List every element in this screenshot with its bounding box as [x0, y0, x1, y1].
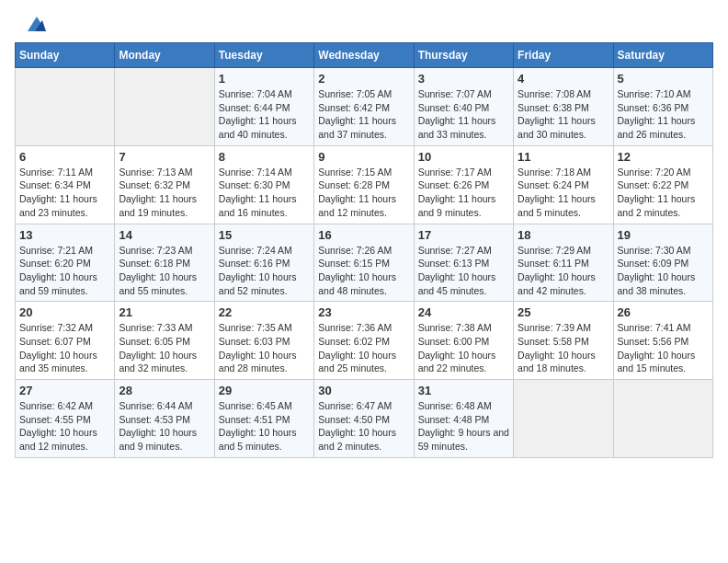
calendar-header-row: SundayMondayTuesdayWednesdayThursdayFrid… — [16, 43, 713, 68]
day-info: Sunset: 6:30 PM — [219, 178, 310, 192]
calendar-cell: 3Sunrise: 7:07 AMSunset: 6:40 PMDaylight… — [414, 68, 513, 146]
calendar-cell: 10Sunrise: 7:17 AMSunset: 6:26 PMDayligh… — [414, 145, 513, 224]
day-info: Sunrise: 7:41 AM — [618, 321, 709, 335]
day-info: Sunrise: 7:30 AM — [618, 244, 709, 258]
day-info: Sunset: 6:44 PM — [219, 101, 310, 115]
calendar-cell: 31Sunrise: 6:48 AMSunset: 4:48 PMDayligh… — [414, 380, 513, 458]
day-info: Sunset: 5:56 PM — [618, 335, 709, 349]
day-info: Daylight: 10 hours and 59 minutes. — [19, 270, 110, 297]
day-info: Daylight: 10 hours and 5 minutes. — [219, 426, 310, 453]
day-number: 19 — [618, 228, 709, 242]
day-number: 31 — [418, 384, 509, 397]
day-info: Sunrise: 6:47 AM — [318, 399, 409, 413]
calendar-cell: 11Sunrise: 7:18 AMSunset: 6:24 PMDayligh… — [514, 145, 613, 224]
day-info: Sunrise: 7:13 AM — [119, 166, 210, 179]
calendar-cell: 2Sunrise: 7:05 AMSunset: 6:42 PMDaylight… — [314, 68, 414, 146]
calendar-cell: 15Sunrise: 7:24 AMSunset: 6:16 PMDayligh… — [214, 224, 313, 302]
day-number: 11 — [518, 150, 609, 164]
day-number: 18 — [518, 228, 609, 242]
day-number: 27 — [19, 384, 110, 397]
day-info: Sunrise: 7:24 AM — [219, 244, 310, 258]
day-info: Daylight: 10 hours and 52 minutes. — [219, 270, 310, 297]
day-number: 3 — [418, 72, 509, 86]
day-info: Daylight: 10 hours and 42 minutes. — [518, 270, 609, 297]
calendar-cell: 9Sunrise: 7:15 AMSunset: 6:28 PMDaylight… — [314, 145, 414, 224]
day-info: Sunrise: 7:35 AM — [219, 321, 310, 335]
day-info: Sunrise: 7:27 AM — [418, 244, 509, 258]
day-number: 6 — [19, 150, 110, 164]
day-info: Sunset: 6:02 PM — [318, 335, 409, 349]
day-number: 23 — [318, 305, 409, 319]
day-number: 17 — [418, 228, 509, 242]
logo — [15, 15, 46, 33]
day-info: Daylight: 10 hours and 25 minutes. — [318, 349, 409, 375]
calendar-cell — [16, 68, 115, 146]
day-number: 16 — [318, 228, 409, 242]
calendar-cell: 7Sunrise: 7:13 AMSunset: 6:32 PMDaylight… — [115, 145, 214, 224]
calendar-cell: 26Sunrise: 7:41 AMSunset: 5:56 PMDayligh… — [613, 302, 712, 380]
calendar-cell — [613, 380, 712, 458]
day-number: 15 — [219, 228, 310, 242]
calendar-day-header-wednesday: Wednesday — [314, 43, 414, 68]
calendar-week-row: 27Sunrise: 6:42 AMSunset: 4:55 PMDayligh… — [16, 380, 713, 458]
calendar-cell: 24Sunrise: 7:38 AMSunset: 6:00 PMDayligh… — [414, 302, 513, 380]
day-info: Sunrise: 6:48 AM — [418, 399, 509, 413]
calendar-cell: 1Sunrise: 7:04 AMSunset: 6:44 PMDaylight… — [214, 68, 313, 146]
day-info: Sunset: 6:40 PM — [418, 101, 509, 115]
day-number: 9 — [318, 150, 409, 164]
calendar-cell: 14Sunrise: 7:23 AMSunset: 6:18 PMDayligh… — [115, 224, 214, 302]
day-info: Sunset: 6:32 PM — [119, 178, 210, 192]
calendar-cell: 5Sunrise: 7:10 AMSunset: 6:36 PMDaylight… — [613, 68, 712, 146]
day-info: Sunset: 4:48 PM — [418, 413, 509, 427]
day-info: Daylight: 10 hours and 9 minutes. — [119, 426, 210, 453]
day-info: Sunrise: 7:33 AM — [119, 321, 210, 335]
calendar-week-row: 20Sunrise: 7:32 AMSunset: 6:07 PMDayligh… — [16, 302, 713, 380]
day-info: Daylight: 10 hours and 45 minutes. — [418, 270, 509, 297]
calendar-cell: 29Sunrise: 6:45 AMSunset: 4:51 PMDayligh… — [214, 380, 313, 458]
day-info: Sunrise: 7:14 AM — [219, 166, 310, 179]
day-number: 8 — [219, 150, 310, 164]
calendar-cell: 6Sunrise: 7:11 AMSunset: 6:34 PMDaylight… — [16, 145, 115, 224]
day-info: Daylight: 10 hours and 35 minutes. — [19, 349, 110, 375]
day-number: 28 — [119, 384, 210, 397]
day-info: Sunrise: 7:18 AM — [518, 166, 609, 179]
day-info: Sunset: 6:07 PM — [19, 335, 110, 349]
day-info: Daylight: 11 hours and 2 minutes. — [618, 192, 709, 219]
calendar-cell: 25Sunrise: 7:39 AMSunset: 5:58 PMDayligh… — [514, 302, 613, 380]
day-info: Sunset: 6:15 PM — [318, 257, 409, 270]
day-info: Daylight: 10 hours and 22 minutes. — [418, 349, 509, 375]
day-number: 7 — [119, 150, 210, 164]
day-info: Sunset: 5:58 PM — [518, 335, 609, 349]
calendar-cell — [115, 68, 214, 146]
calendar-cell: 12Sunrise: 7:20 AMSunset: 6:22 PMDayligh… — [613, 145, 712, 224]
day-number: 26 — [618, 305, 709, 319]
day-number: 20 — [19, 305, 110, 319]
day-info: Sunrise: 7:21 AM — [19, 244, 110, 258]
day-info: Daylight: 10 hours and 18 minutes. — [518, 349, 609, 375]
day-number: 21 — [119, 305, 210, 319]
day-info: Daylight: 11 hours and 19 minutes. — [119, 192, 210, 219]
calendar-cell: 22Sunrise: 7:35 AMSunset: 6:03 PMDayligh… — [214, 302, 313, 380]
day-number: 5 — [618, 72, 709, 86]
day-info: Daylight: 11 hours and 9 minutes. — [418, 192, 509, 219]
day-info: Daylight: 11 hours and 33 minutes. — [418, 114, 509, 141]
day-info: Sunset: 6:09 PM — [618, 257, 709, 270]
calendar-cell: 23Sunrise: 7:36 AMSunset: 6:02 PMDayligh… — [314, 302, 414, 380]
calendar-cell: 20Sunrise: 7:32 AMSunset: 6:07 PMDayligh… — [16, 302, 115, 380]
day-info: Sunset: 4:53 PM — [119, 413, 210, 427]
day-info: Daylight: 11 hours and 12 minutes. — [318, 192, 409, 219]
day-info: Sunrise: 7:17 AM — [418, 166, 509, 179]
day-info: Sunset: 6:05 PM — [119, 335, 210, 349]
calendar-cell: 27Sunrise: 6:42 AMSunset: 4:55 PMDayligh… — [16, 380, 115, 458]
calendar-day-header-sunday: Sunday — [16, 43, 115, 68]
calendar-day-header-thursday: Thursday — [414, 43, 513, 68]
day-number: 14 — [119, 228, 210, 242]
day-number: 4 — [518, 72, 609, 86]
day-info: Sunrise: 7:05 AM — [318, 87, 409, 101]
day-number: 10 — [418, 150, 509, 164]
day-info: Daylight: 9 hours and 59 minutes. — [418, 426, 509, 453]
day-info: Daylight: 10 hours and 12 minutes. — [19, 426, 110, 453]
day-info: Sunrise: 7:29 AM — [518, 244, 609, 258]
calendar-table: SundayMondayTuesdayWednesdayThursdayFrid… — [15, 42, 713, 458]
day-info: Daylight: 11 hours and 16 minutes. — [219, 192, 310, 219]
